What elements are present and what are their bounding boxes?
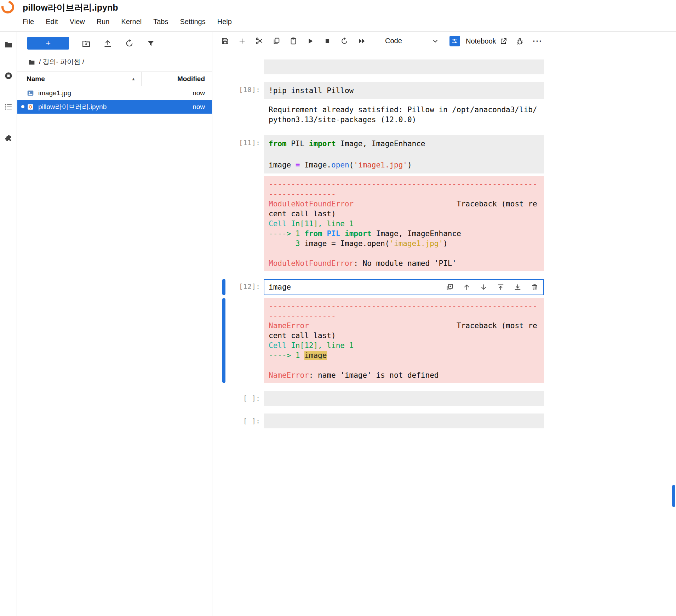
bug-icon: [516, 37, 524, 45]
run-cell-button[interactable]: [307, 37, 314, 45]
column-header-name[interactable]: Name ▲: [17, 75, 141, 83]
external-link-icon: [500, 38, 507, 45]
save-button[interactable]: [221, 37, 229, 45]
delete-cell-button[interactable]: [531, 284, 538, 291]
cell-type-dropdown[interactable]: Code: [385, 37, 439, 45]
input-prompt: [10]:: [239, 85, 260, 94]
sort-ascending-icon: ▲: [131, 76, 136, 81]
insert-cell-below-button[interactable]: [514, 284, 521, 291]
table-of-contents-tab[interactable]: [0, 98, 17, 115]
insert-below-icon: [514, 284, 521, 291]
filter-button[interactable]: [147, 39, 155, 47]
file-modified: now: [173, 89, 212, 97]
arrow-up-icon: [463, 284, 470, 291]
copy-cell-button[interactable]: [273, 37, 280, 45]
insert-cell-above-button[interactable]: [497, 284, 504, 291]
menu-tabs[interactable]: Tabs: [153, 18, 168, 26]
new-launcher-button[interactable]: +: [27, 37, 69, 50]
cell-gutter: [12]:: [213, 279, 264, 295]
scissors-icon: [255, 37, 263, 45]
error-traceback-output: ----------------------------------------…: [264, 176, 544, 271]
menu-view[interactable]: View: [70, 18, 85, 26]
paste-cell-button[interactable]: [290, 37, 297, 45]
file-row-image1[interactable]: image1.jpg now: [17, 86, 212, 100]
extension-manager-tab[interactable]: [0, 130, 17, 147]
upload-button[interactable]: [103, 39, 112, 48]
notebook-cells: [10]: !pip install Pillow Requirement al…: [213, 51, 676, 616]
menu-file[interactable]: File: [23, 18, 34, 26]
code-input-area[interactable]: !pip install Pillow: [264, 82, 544, 99]
insert-cell-button[interactable]: [238, 37, 246, 45]
error-traceback-output: ----------------------------------------…: [264, 298, 544, 383]
empty-code-input[interactable]: [264, 391, 544, 406]
restart-icon: [340, 37, 348, 45]
refresh-button[interactable]: [125, 39, 134, 48]
empty-code-input[interactable]: [264, 59, 544, 74]
cell-gutter: [ ]:: [213, 391, 264, 406]
debugger-button[interactable]: [516, 37, 524, 45]
notebook-panel: Code Notebook: [213, 32, 676, 616]
save-icon: [221, 37, 229, 45]
menu-kernel[interactable]: Kernel: [121, 18, 142, 26]
new-folder-button[interactable]: [82, 39, 91, 48]
file-browser-panel: +: [17, 32, 212, 616]
menu-help[interactable]: Help: [217, 18, 232, 26]
play-icon: [307, 37, 314, 45]
name-column-label: Name: [27, 75, 45, 83]
jupyterlab-window: pillow라이브러리.ipynb File Edit View Run Ker…: [0, 0, 676, 616]
open-in-notebook-link[interactable]: Notebook: [466, 37, 507, 45]
plus-icon: [238, 37, 246, 45]
running-terminals-icon: [4, 72, 13, 80]
toolbar-right-group: Notebook ⋯: [466, 32, 542, 50]
new-folder-icon: [82, 39, 91, 48]
fast-forward-icon: [357, 37, 366, 45]
interrupt-kernel-button[interactable]: [323, 37, 331, 45]
upload-icon: [103, 39, 112, 48]
stop-icon: [323, 37, 331, 45]
code-input-area[interactable]: from PIL import Image, ImageEnhance imag…: [264, 135, 544, 173]
empty-code-input[interactable]: [264, 413, 544, 428]
menu-settings[interactable]: Settings: [180, 18, 205, 26]
restart-kernel-button[interactable]: [340, 37, 348, 45]
breadcrumb-folder-icon: [28, 58, 35, 66]
duplicate-cell-button[interactable]: [446, 284, 453, 291]
folder-icon: [4, 40, 13, 49]
cut-cell-button[interactable]: [255, 37, 263, 45]
toolbar-settings-button[interactable]: [449, 36, 460, 46]
jupyter-logo-icon: [0, 0, 17, 16]
left-sidebar-rail: [0, 32, 17, 616]
cell-12-active: [12]: image: [213, 279, 676, 295]
file-name: image1.jpg: [38, 89, 173, 97]
move-cell-up-button[interactable]: [463, 284, 470, 291]
notebook-scrollbar-thumb[interactable]: [672, 485, 675, 507]
more-commands-button[interactable]: ⋯: [532, 38, 542, 45]
active-code-input[interactable]: image: [264, 279, 544, 295]
move-cell-down-button[interactable]: [480, 284, 487, 291]
column-header-modified[interactable]: Modified: [141, 72, 212, 86]
cell-12-output: ----------------------------------------…: [213, 298, 676, 383]
restart-run-all-button[interactable]: [357, 37, 366, 45]
top-header: pillow라이브러리.ipynb File Edit View Run Ker…: [0, 0, 676, 32]
cell-11: [11]: from PIL import Image, ImageEnhanc…: [213, 135, 676, 173]
insert-above-icon: [497, 284, 504, 291]
file-list: image1.jpg now pillow라이브러리.ipynb now: [17, 86, 212, 114]
cell-10-output: Requirement already satisfied: Pillow in…: [213, 102, 676, 127]
cell-gutter: [ ]:: [213, 413, 264, 428]
stream-output: Requirement already satisfied: Pillow in…: [264, 102, 544, 127]
notebook-toolbar: Code Notebook: [213, 32, 676, 50]
output-collapser[interactable]: [222, 298, 225, 383]
running-kernels-tab[interactable]: [0, 67, 17, 84]
menu-edit[interactable]: Edit: [46, 18, 58, 26]
file-browser-toolbar: +: [17, 32, 212, 52]
breadcrumb[interactable]: / 강의- 파이썬 /: [17, 52, 212, 72]
empty-cell-top: [213, 59, 676, 74]
cell-collapser[interactable]: [222, 279, 225, 295]
file-row-notebook-selected[interactable]: pillow라이브러리.ipynb now: [17, 100, 212, 114]
cell-gutter: [10]:: [213, 82, 264, 99]
cell-11-output: ----------------------------------------…: [213, 176, 676, 271]
menu-run[interactable]: Run: [97, 18, 110, 26]
cell-10: [10]: !pip install Pillow: [213, 82, 676, 99]
file-modified: now: [173, 103, 212, 111]
file-list-header: Name ▲ Modified: [17, 72, 212, 86]
file-browser-tab[interactable]: [0, 36, 17, 53]
